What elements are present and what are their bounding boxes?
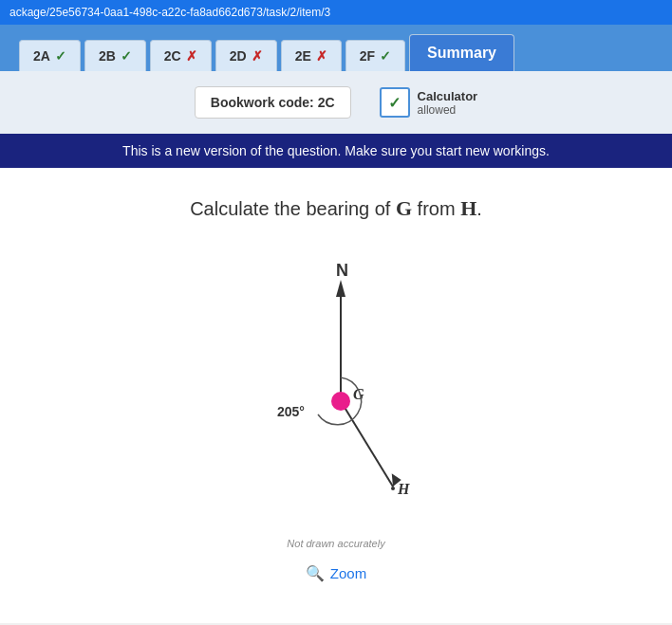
question-G: G <box>396 196 412 220</box>
tab-2A[interactable]: 2A ✓ <box>19 40 81 71</box>
zoom-button[interactable]: 🔍 Zoom <box>306 564 366 582</box>
url-bar: ackage/25e56734-0aa1-498c-a22c-fa8ad662d… <box>0 0 672 25</box>
tab-2B[interactable]: 2B ✓ <box>84 40 146 71</box>
url-text: ackage/25e56734-0aa1-498c-a22c-fa8ad662d… <box>9 6 330 19</box>
x-icon-2C: ✗ <box>186 48 197 64</box>
tab-2E[interactable]: 2E ✗ <box>281 40 342 71</box>
check-icon-2B: ✓ <box>121 48 132 64</box>
calculator-icon: ✓ <box>380 87 410 118</box>
tab-navigation: 2A ✓ 2B ✓ 2C ✗ 2D ✗ 2E ✗ 2F ✓ Summary <box>0 25 672 71</box>
diagram-container: N G H 205° <box>38 249 634 582</box>
x-icon-2D: ✗ <box>252 48 263 64</box>
check-icon-2F: ✓ <box>380 48 391 64</box>
svg-text:H: H <box>397 481 410 497</box>
svg-text:G: G <box>353 386 364 402</box>
tab-summary[interactable]: Summary <box>409 34 514 71</box>
question-text-middle: from <box>412 198 460 219</box>
question-text-before: Calculate the bearing of <box>190 198 396 219</box>
calculator-info: ✓ Calculator allowed <box>380 87 478 118</box>
zoom-label: Zoom <box>330 565 366 581</box>
question-area: Calculate the bearing of G from H. N <box>0 168 672 623</box>
tab-2D[interactable]: 2D ✗ <box>215 40 277 71</box>
svg-line-3 <box>341 401 393 487</box>
tab-2C-label: 2C <box>164 48 181 64</box>
zoom-icon: 🔍 <box>306 564 325 582</box>
tab-2C[interactable]: 2C ✗ <box>150 40 212 71</box>
tab-2F[interactable]: 2F ✓ <box>345 40 405 71</box>
tab-2B-label: 2B <box>99 48 116 64</box>
tab-2E-label: 2E <box>295 48 311 64</box>
svg-point-5 <box>331 392 350 411</box>
question-text-after: . <box>476 198 482 219</box>
question-text: Calculate the bearing of G from H. <box>38 196 634 221</box>
svg-marker-1 <box>336 280 345 297</box>
notice-bar: This is a new version of the question. M… <box>0 134 672 168</box>
main-content: Bookwork code: 2C ✓ Calculator allowed T… <box>0 71 672 623</box>
question-H: H <box>460 196 476 220</box>
diagram-svg: N G H 205° <box>203 249 469 534</box>
svg-point-8 <box>391 487 395 490</box>
tab-2A-label: 2A <box>33 48 50 64</box>
calc-check-icon: ✓ <box>388 94 401 112</box>
svg-text:N: N <box>336 261 348 280</box>
info-row: Bookwork code: 2C ✓ Calculator allowed <box>0 71 672 134</box>
calculator-sublabel: allowed <box>418 103 478 117</box>
tab-2D-label: 2D <box>230 48 247 64</box>
calculator-text: Calculator allowed <box>418 89 478 117</box>
tab-2F-label: 2F <box>360 48 375 64</box>
x-icon-2E: ✗ <box>316 48 327 64</box>
tab-summary-label: Summary <box>427 45 496 62</box>
bookwork-code-text: Bookwork code: 2C <box>211 95 335 110</box>
svg-text:205°: 205° <box>277 404 305 419</box>
check-icon-2A: ✓ <box>55 48 66 64</box>
not-drawn-label: Not drawn accurately <box>287 538 384 549</box>
bookwork-code: Bookwork code: 2C <box>195 86 351 119</box>
notice-text: This is a new version of the question. M… <box>122 143 550 158</box>
calculator-label: Calculator <box>418 89 478 103</box>
